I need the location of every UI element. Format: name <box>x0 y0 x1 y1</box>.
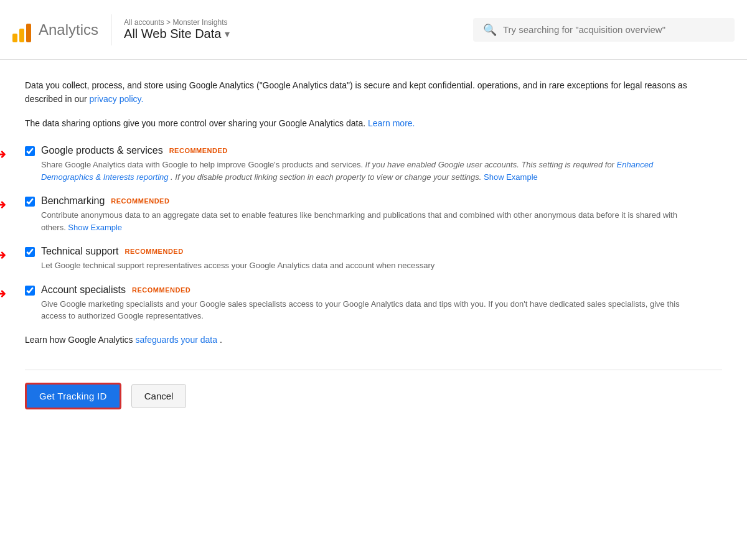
search-bar[interactable]: 🔍 <box>473 18 735 42</box>
main-content: Data you collect, process, and store usi… <box>0 60 747 560</box>
logo-area: Analytics <box>12 17 98 42</box>
arrow-icon-1: ➜ <box>0 146 6 162</box>
google-products-badge: RECOMMENDED <box>169 147 228 154</box>
google-products-checkbox-wrapper <box>25 146 35 156</box>
benchmarking-title: Benchmarking <box>41 195 105 207</box>
technical-support-title-row: Technical support RECOMMENDED <box>41 246 722 257</box>
google-products-checkbox[interactable] <box>25 146 35 156</box>
technical-support-title: Technical support <box>41 246 119 257</box>
arrow-icon-2: ➜ <box>0 197 6 213</box>
privacy-policy-link[interactable]: privacy policy. <box>90 94 144 104</box>
account-specialists-checkbox[interactable] <box>25 286 35 296</box>
benchmarking-badge: RECOMMENDED <box>111 197 169 205</box>
account-specialists-title: Account specialists <box>41 284 126 296</box>
ga-logo <box>12 17 31 42</box>
account-specialists-description: Give Google marketing specialists and yo… <box>41 298 701 322</box>
app-title: Analytics <box>39 21 98 39</box>
learn-more-link[interactable]: Learn more. <box>368 118 415 128</box>
logo-bar-1 <box>12 34 17 42</box>
account-specialists-section: ➜ Account specialists RECOMMENDED Give G… <box>25 284 722 322</box>
safeguards-paragraph: Learn how Google Analytics safeguards yo… <box>25 335 722 345</box>
property-name: All Web Site Data <box>124 27 221 41</box>
search-icon: 🔍 <box>483 23 497 37</box>
breadcrumb: All accounts > Monster Insights <box>124 18 230 27</box>
property-selector[interactable]: All Web Site Data ▾ <box>124 27 230 41</box>
cancel-button[interactable]: Cancel <box>131 384 187 408</box>
search-input[interactable] <box>503 24 725 35</box>
logo-bar-3 <box>26 24 31 42</box>
account-specialists-badge: RECOMMENDED <box>132 286 190 294</box>
google-products-title-row: Google products & services RECOMMENDED <box>41 145 722 156</box>
benchmarking-section: ➜ Benchmarking RECOMMENDED Contribute an… <box>25 195 722 233</box>
intro-paragraph-1: Data you collect, process, and store usi… <box>25 78 710 106</box>
technical-support-checkbox-wrapper <box>25 247 35 257</box>
technical-support-description: Let Google technical support representat… <box>41 259 701 272</box>
google-products-title: Google products & services <box>41 145 163 156</box>
benchmarking-title-row: Benchmarking RECOMMENDED <box>41 195 722 207</box>
account-specialists-checkbox-wrapper <box>25 286 35 296</box>
button-area: Get Tracking ID Cancel <box>25 370 722 409</box>
enhanced-demographics-link[interactable]: Enhanced Demographics & Interests report… <box>41 160 653 182</box>
technical-support-item: ➜ Technical support RECOMMENDED Let Goog… <box>25 246 722 272</box>
account-specialists-content: Account specialists RECOMMENDED Give Goo… <box>41 284 722 322</box>
google-products-content: Google products & services RECOMMENDED S… <box>41 145 722 183</box>
benchmarking-checkbox-wrapper <box>25 197 35 207</box>
benchmarking-checkbox[interactable] <box>25 197 35 207</box>
chevron-down-icon: ▾ <box>225 28 230 40</box>
account-info: All accounts > Monster Insights All Web … <box>124 18 230 41</box>
show-example-link-1[interactable]: Show Example <box>484 172 538 182</box>
benchmarking-content: Benchmarking RECOMMENDED Contribute anon… <box>41 195 722 233</box>
technical-support-badge: RECOMMENDED <box>125 248 184 255</box>
header-divider <box>111 14 111 45</box>
arrow-icon-4: ➜ <box>0 286 6 302</box>
account-specialists-title-row: Account specialists RECOMMENDED <box>41 284 722 296</box>
benchmarking-item: ➜ Benchmarking RECOMMENDED Contribute an… <box>25 195 722 233</box>
get-tracking-id-button[interactable]: Get Tracking ID <box>25 383 121 409</box>
logo-bar-2 <box>19 29 24 42</box>
google-products-description: Share Google Analytics data with Google … <box>41 159 701 183</box>
technical-support-content: Technical support RECOMMENDED Let Google… <box>41 246 722 272</box>
google-products-item: ➜ Google products & services RECOMMENDED… <box>25 145 722 183</box>
benchmarking-description: Contribute anonymous data to an aggregat… <box>41 209 701 233</box>
safeguards-link[interactable]: safeguards your data <box>135 335 217 345</box>
show-example-link-2[interactable]: Show Example <box>68 223 122 232</box>
sharing-paragraph: The data sharing options give you more c… <box>25 116 710 130</box>
google-products-section: ➜ Google products & services RECOMMENDED… <box>25 145 722 183</box>
app-header: Analytics All accounts > Monster Insight… <box>0 0 747 60</box>
arrow-icon-3: ➜ <box>0 247 6 263</box>
technical-support-checkbox[interactable] <box>25 247 35 257</box>
technical-support-section: ➜ Technical support RECOMMENDED Let Goog… <box>25 246 722 272</box>
account-specialists-item: ➜ Account specialists RECOMMENDED Give G… <box>25 284 722 322</box>
